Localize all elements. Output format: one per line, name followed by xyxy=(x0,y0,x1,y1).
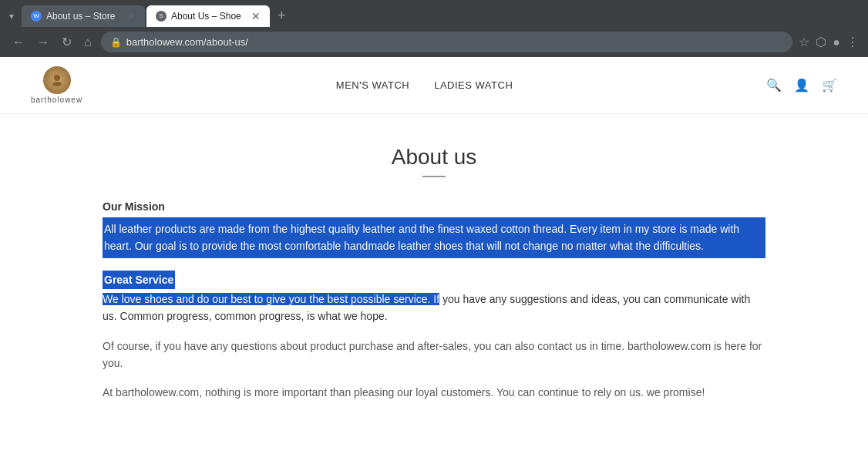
user-icon[interactable]: 👤 xyxy=(794,78,809,92)
our-mission-heading: Our Mission xyxy=(103,200,765,213)
tab-title-1: About us – Store xyxy=(46,11,122,22)
extensions-icon[interactable]: ⬡ xyxy=(816,35,826,49)
page-content: About us Our Mission All leather product… xyxy=(87,114,781,445)
website: bartholowew MEN'S WATCH LADIES WATCH 🔍 👤… xyxy=(0,57,868,464)
tab-favicon-1: W xyxy=(31,11,42,22)
title-divider xyxy=(422,176,446,177)
great-service-highlighted: We love shoes and do our best to give yo… xyxy=(103,293,439,305)
great-service-heading: Great Service xyxy=(103,271,175,289)
nav-mens-watch[interactable]: MEN'S WATCH xyxy=(336,79,409,91)
toolbar-icons: ☆ ⬡ ● ⋮ xyxy=(799,35,859,49)
address-bar: ← → ↻ ⌂ 🔒 bartholowew.com/about-us/ ☆ ⬡ … xyxy=(0,27,868,57)
tab-favicon-2: S xyxy=(156,11,167,22)
logo-icon xyxy=(43,66,71,94)
address-text: bartholowew.com/about-us/ xyxy=(126,36,248,48)
site-nav: bartholowew MEN'S WATCH LADIES WATCH 🔍 👤… xyxy=(0,57,868,114)
tab-bar: ▾ W About us – Store ✕ S About Us – Shoe… xyxy=(0,0,868,27)
lock-icon: 🔒 xyxy=(110,37,122,48)
tab-scroll-left[interactable]: ▾ xyxy=(6,8,17,25)
address-input[interactable]: 🔒 bartholowew.com/about-us/ xyxy=(101,32,793,52)
svg-point-0 xyxy=(54,75,60,81)
tab-title-2: About Us – Shoe xyxy=(171,11,247,22)
forward-button[interactable]: → xyxy=(34,32,52,52)
browser-chrome: ▾ W About us – Store ✕ S About Us – Shoe… xyxy=(0,0,868,57)
svg-point-1 xyxy=(52,82,62,86)
more-icon[interactable]: ⋮ xyxy=(846,35,859,49)
our-mission-section: Our Mission All leather products are mad… xyxy=(103,200,765,258)
great-service-section: Great Service We love shoes and do our b… xyxy=(103,271,765,325)
bookmark-icon[interactable]: ☆ xyxy=(799,35,809,49)
tab-close-1[interactable]: ✕ xyxy=(126,10,136,22)
home-button[interactable]: ⌂ xyxy=(81,32,95,52)
our-mission-body: All leather products are made from the h… xyxy=(103,217,765,258)
logo[interactable]: bartholowew xyxy=(31,66,82,104)
cart-icon[interactable]: 🛒 xyxy=(822,78,837,92)
great-service-body: We love shoes and do our best to give yo… xyxy=(103,291,765,325)
nav-icons: 🔍 👤 🛒 xyxy=(766,78,837,92)
reload-button[interactable]: ↻ xyxy=(59,32,75,52)
profile-icon[interactable]: ● xyxy=(833,35,840,49)
back-button[interactable]: ← xyxy=(9,32,28,52)
nav-links: MEN'S WATCH LADIES WATCH xyxy=(336,79,513,91)
logo-text: bartholowew xyxy=(31,96,82,104)
page-title: About us xyxy=(103,145,765,170)
paragraph-1: Of course, if you have any questions abo… xyxy=(103,338,765,372)
nav-ladies-watch[interactable]: LADIES WATCH xyxy=(434,79,513,91)
new-tab-button[interactable]: + xyxy=(271,5,292,27)
tab-close-2[interactable]: ✕ xyxy=(251,10,261,22)
paragraph-2: At bartholowew.com, nothing is more impo… xyxy=(103,384,765,401)
browser-tab-2[interactable]: S About Us – Shoe ✕ xyxy=(146,5,270,27)
browser-tab-1[interactable]: W About us – Store ✕ xyxy=(22,5,145,27)
search-icon[interactable]: 🔍 xyxy=(766,78,782,92)
